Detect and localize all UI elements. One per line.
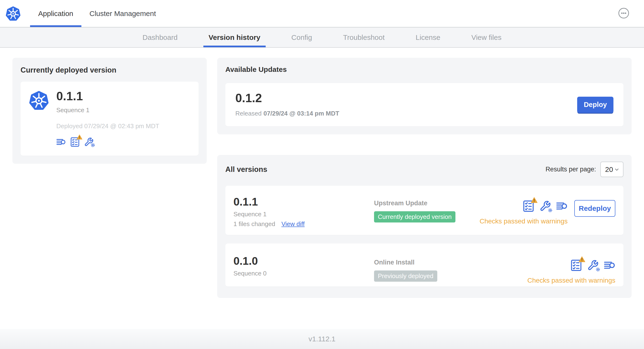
ellipsis-icon — [618, 8, 629, 18]
more-menu-button[interactable] — [618, 8, 629, 18]
header-tab-application[interactable]: Application — [30, 0, 82, 27]
sequence-label: Sequence 1 — [234, 210, 374, 218]
main-content: Currently deployed version 0.1.1 — [0, 48, 644, 329]
header-tab-cluster-management[interactable]: Cluster Management — [82, 0, 164, 27]
previously-deployed-badge: Previously deployed — [374, 270, 437, 282]
app-header: Application Cluster Management — [0, 0, 644, 28]
kubernetes-logo-icon — [29, 90, 49, 147]
checks-status-text: Checks passed with warnings — [527, 277, 615, 284]
results-per-page: Results per page: 20 — [546, 162, 624, 177]
all-versions-title: All versions — [225, 165, 267, 174]
results-per-page-label: Results per page: — [546, 166, 596, 173]
currently-deployed-badge: Currently deployed version — [374, 211, 456, 222]
chevron-down-icon — [614, 166, 620, 172]
available-updates-card: Available Updates 0.1.2 Released07/29/24… — [217, 58, 632, 134]
warning-triangle-icon — [578, 256, 585, 262]
subnav-tab-view-files[interactable]: View files — [466, 28, 507, 47]
update-row: 0.1.2 Released07/29/24 @ 03:14 pm MDT De… — [225, 83, 624, 126]
deployed-version-actions — [56, 137, 159, 147]
checklist-icon[interactable] — [570, 259, 582, 272]
subnav-tab-config[interactable]: Config — [286, 28, 318, 47]
released-date: 07/29/24 @ 03:14 pm MDT — [264, 110, 339, 117]
wrench-gear-icon[interactable] — [540, 200, 551, 212]
warning-triangle-icon — [76, 134, 82, 140]
header-tabs: Application Cluster Management — [30, 0, 164, 27]
deploy-button[interactable]: Deploy — [577, 97, 614, 113]
logs-search-icon[interactable] — [56, 137, 66, 147]
wrench-gear-icon[interactable] — [84, 137, 94, 147]
app-footer: v1.112.1 — [0, 329, 644, 349]
app-subnav: Dashboard Version history Config Trouble… — [0, 28, 644, 48]
wrench-gear-icon[interactable] — [587, 259, 599, 272]
results-per-page-select[interactable]: 20 — [600, 162, 624, 177]
version-source-label: Upstream Update — [374, 200, 480, 207]
version-actions — [523, 200, 568, 212]
gear-icon — [90, 142, 96, 148]
results-per-page-value: 20 — [605, 166, 613, 174]
checklist-icon[interactable] — [70, 137, 80, 147]
redeploy-button[interactable]: Redeploy — [574, 200, 615, 217]
subnav-tab-troubleshoot[interactable]: Troubleshoot — [338, 28, 390, 47]
view-diff-link[interactable]: View diff — [282, 220, 304, 228]
all-versions-card: All versions Results per page: 20 0.1.1 … — [217, 155, 632, 298]
deployed-timestamp: Deployed 07/29/24 @ 02:43 pm MDT — [56, 122, 159, 130]
version-source-label: Online Install — [374, 259, 527, 266]
subnav-tab-dashboard[interactable]: Dashboard — [137, 28, 183, 47]
deployed-sequence-label: Sequence 1 — [56, 106, 159, 114]
all-versions-header: All versions Results per page: 20 — [225, 162, 624, 177]
warning-triangle-icon — [531, 197, 538, 203]
version-number: 0.1.1 — [234, 196, 374, 207]
currently-deployed-title: Currently deployed version — [20, 66, 198, 74]
gear-icon — [595, 267, 600, 272]
logs-search-icon[interactable] — [556, 200, 568, 212]
available-updates-title: Available Updates — [225, 66, 624, 74]
version-number: 0.1.0 — [234, 256, 374, 266]
gear-icon — [548, 208, 553, 213]
released-timestamp: Released07/29/24 @ 03:14 pm MDT — [235, 110, 339, 117]
version-row: 0.1.1 Sequence 1 1 files changed View di… — [225, 186, 624, 235]
deployed-version-number: 0.1.1 — [56, 90, 159, 102]
subnav-tab-license[interactable]: License — [410, 28, 446, 47]
logs-search-icon[interactable] — [604, 259, 615, 272]
update-version-number: 0.1.2 — [235, 92, 339, 104]
released-label: Released — [235, 110, 262, 117]
kubernetes-logo-icon — [6, 0, 20, 27]
checklist-icon[interactable] — [523, 200, 534, 212]
version-row: 0.1.0 Sequence 0 Online Install Previous… — [225, 244, 624, 286]
checks-status-text: Checks passed with warnings — [480, 218, 568, 225]
files-changed-label: 1 files changed — [234, 220, 275, 228]
deployed-version-panel: 0.1.1 Sequence 1 Deployed 07/29/24 @ 02:… — [20, 82, 198, 156]
currently-deployed-card: Currently deployed version 0.1.1 — [12, 58, 207, 164]
sequence-label: Sequence 0 — [234, 270, 374, 277]
subnav-tab-version-history[interactable]: Version history — [203, 28, 266, 47]
version-actions — [570, 259, 615, 272]
app-version-text: v1.112.1 — [309, 335, 336, 343]
